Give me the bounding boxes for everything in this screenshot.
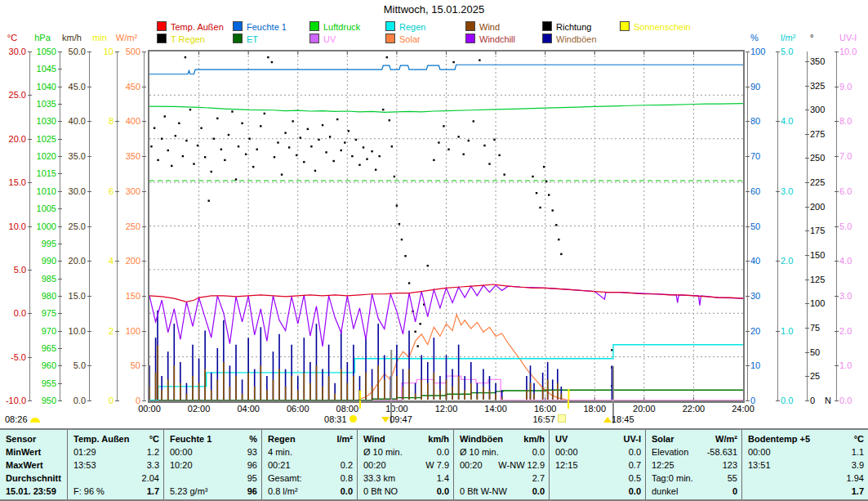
axis-tick xyxy=(776,121,780,122)
row-label: MinWert xyxy=(6,445,41,459)
axis-tick-label: 3.0 xyxy=(781,187,793,195)
axis-tick-label: 150 xyxy=(112,292,140,300)
x-axis-label: 20:00 xyxy=(626,404,662,414)
table-row: 33.3 km1.4 xyxy=(358,472,453,485)
axis-tick-label: 40.0 xyxy=(57,117,86,125)
axis-tick-label: 25 xyxy=(810,372,820,380)
axis-tick-label: 0.0 xyxy=(839,396,852,405)
cell-value: 0 xyxy=(732,485,737,498)
axis-tick xyxy=(28,357,32,358)
cell-label: Gesamt: xyxy=(268,472,302,485)
axis-tick-label: 250 xyxy=(112,222,140,230)
axis-north-label: N xyxy=(825,396,831,405)
cell-label: 00:00 xyxy=(555,445,578,459)
table-header-row: Windkm/h xyxy=(358,432,453,445)
sensor-name: UV xyxy=(555,432,568,445)
table-row: 1.7 xyxy=(742,485,868,498)
cell-value: 2.7 xyxy=(532,472,545,485)
axis-tick-label: -5.0 xyxy=(0,353,26,361)
axis-tick xyxy=(835,191,839,192)
half-sun-icon xyxy=(30,418,40,423)
stats-column-feuchte-1: Feuchte 1%00:009310:2096955.23 g/m³96 xyxy=(163,430,261,499)
table-row: 1.94 xyxy=(742,472,868,485)
cell-label: 0.8 l/m² xyxy=(268,485,298,498)
cell-label: 00:00 xyxy=(170,445,193,459)
cell-value: 0.7 xyxy=(629,459,641,472)
axis-tick-label: 3.0 xyxy=(839,292,852,300)
axis-tick-label: 5.0 xyxy=(839,222,852,230)
axis-tick xyxy=(746,51,750,52)
legend-label: Wind xyxy=(479,22,500,32)
y-axis-c-unit: °C xyxy=(0,33,28,42)
table-row: 2.7 xyxy=(454,472,549,485)
table-row: Tag:0 min.55 xyxy=(646,472,741,485)
axis-tick-label: 35.0 xyxy=(57,152,86,160)
table-row: 95 xyxy=(164,472,261,485)
axis-tick xyxy=(805,158,809,159)
axis-tick xyxy=(142,400,146,401)
cell-value: 0.0 xyxy=(532,445,545,459)
x-axis-label: 10:00 xyxy=(379,404,415,414)
axis-tick-label: 275 xyxy=(810,130,825,138)
cell-label: 10:20 xyxy=(170,459,193,472)
axis-tick-label: 80 xyxy=(750,117,760,125)
axis-tick xyxy=(776,261,780,262)
axis-tick xyxy=(142,87,146,87)
stats-column-solar: SolarW/m²Elevation-58.63112:25123Tag:0 m… xyxy=(645,430,741,499)
sensor-unit: km/h xyxy=(428,432,449,445)
axis-tick-label: 175 xyxy=(810,226,825,235)
table-row: 13:533.3 xyxy=(68,459,163,472)
axis-tick-label: 70 xyxy=(750,152,760,160)
axis-tick xyxy=(142,331,146,332)
table-row: 2.04 xyxy=(68,472,163,485)
cell-value: 1.1 xyxy=(852,445,864,459)
axis-tick xyxy=(805,376,809,377)
axis-tick-label: 50 xyxy=(810,348,820,356)
y-axis-l-m-unit: l/m² xyxy=(781,33,813,42)
legend-item-feuchte-1: Feuchte 1 xyxy=(233,21,287,31)
axis-tick xyxy=(28,270,32,271)
axis-tick xyxy=(142,261,146,262)
axis-tick-label: 980 xyxy=(28,292,56,300)
table-row: Gesamt:0.8 xyxy=(262,472,357,485)
axis-tick xyxy=(58,208,62,209)
cell-label: F: 96 % xyxy=(73,485,105,498)
axis-tick xyxy=(58,104,62,105)
axis-tick xyxy=(58,69,62,69)
cell-label: 00:20 xyxy=(460,459,483,472)
cell-label: Elevation xyxy=(652,445,688,459)
event-time-label: 16:57 xyxy=(532,414,558,424)
stats-column-temp-au-en: Temp. Außen°C01:291.213:533.32.04F: 96 %… xyxy=(67,430,163,499)
axis-tick-label: 30 xyxy=(750,292,760,300)
axis-tick xyxy=(805,110,809,110)
axis-tick-label: 1040 xyxy=(28,83,56,91)
axis-tick xyxy=(58,279,62,280)
legend-swatch-solar xyxy=(385,34,395,43)
x-axis-label: 16:00 xyxy=(527,404,563,414)
axis-tick-label: 10 xyxy=(750,361,760,369)
cell-label: dunkel xyxy=(652,485,678,498)
axis-tick-label: 60 xyxy=(750,187,760,195)
table-header-row: Feuchte 1% xyxy=(164,432,261,445)
legend-item-sonnenschein: Sonnenschein xyxy=(620,21,691,31)
axis-tick-label: 8.0 xyxy=(839,117,852,125)
cell-value: 96 xyxy=(247,459,257,472)
table-row: 01:291.2 xyxy=(68,445,163,459)
axis-tick xyxy=(746,296,750,297)
stats-column-regen: Regenl/m²4 min.00:210.2Gesamt:0.80.8 l/m… xyxy=(261,430,357,499)
legend-label: Sonnenschein xyxy=(634,22,691,32)
cell-value: 1.4 xyxy=(437,472,449,485)
axis-tick-label: 975 xyxy=(28,309,56,317)
axis-tick-label: 1020 xyxy=(28,152,56,160)
axis-tick-label: 5.0 xyxy=(781,47,793,56)
row-label: MaxWert xyxy=(6,459,43,472)
sun-event-marker xyxy=(568,400,569,409)
cell-label: 12:25 xyxy=(652,459,674,472)
axis-tick xyxy=(746,226,750,227)
axis-tick xyxy=(805,255,809,256)
axis-tick xyxy=(58,348,62,349)
event-time-label: 08:31 xyxy=(324,414,349,424)
legend-swatch-richtung xyxy=(542,21,552,31)
table-row-label: Durchschnitt xyxy=(0,472,67,485)
axis-tick xyxy=(746,156,750,157)
